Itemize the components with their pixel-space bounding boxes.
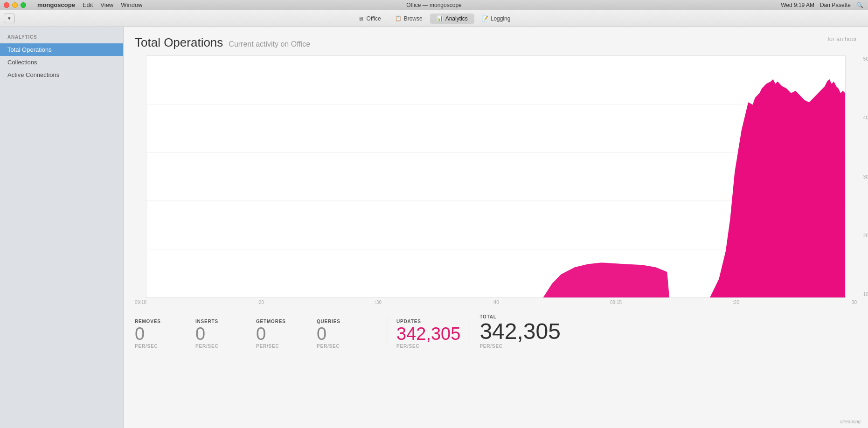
stats-row: Removes 0 Per/Sec Inserts 0 Per/Sec Getm…: [124, 307, 868, 349]
stat-divider-2: [470, 318, 470, 345]
maximize-button[interactable]: [21, 2, 26, 8]
toolbar-tabs: 🖥 Office 📋 Browse 📊 Analytics 📝 Logging: [351, 14, 517, 24]
stat-total: Total 342,305 Per/Sec: [479, 314, 561, 349]
stat-removes-unit: Per/Sec: [135, 344, 195, 349]
sidebar-item-active-connections-label: Active Connections: [7, 71, 59, 78]
sidebar-item-collections[interactable]: Collections: [0, 56, 123, 69]
tab-analytics-label: Analytics: [445, 15, 468, 22]
page-subtitle: Current activity on Office: [229, 40, 310, 48]
stat-removes-label: Removes: [135, 319, 195, 324]
stat-updates-unit: Per/Sec: [396, 344, 460, 349]
sidebar-item-total-operations-label: Total Operations: [7, 46, 52, 53]
tab-logging[interactable]: 📝 Logging: [475, 14, 517, 24]
logging-icon: 📝: [482, 15, 488, 22]
office-icon: 🖥: [358, 15, 364, 22]
title-bar-right: Wed 9:19 AM Dan Pasette 🔍: [781, 2, 863, 8]
stat-queries-value: 0: [317, 325, 377, 343]
window-title: Office — mongoscope: [406, 2, 462, 8]
title-bar: mongoscope Edit View Window Office — mon…: [0, 0, 868, 10]
stat-total-value: 342,305: [479, 320, 561, 343]
svg-marker-4: [543, 262, 669, 297]
tab-analytics[interactable]: 📊 Analytics: [430, 14, 474, 24]
clock: Wed 9:19 AM: [781, 2, 814, 8]
stat-inserts: Inserts 0 Per/Sec: [195, 319, 256, 349]
stat-inserts-value: 0: [195, 325, 256, 343]
stat-updates: Updates 342,305 Per/Sec: [396, 319, 460, 349]
x-label-0918: 09:18: [135, 300, 146, 305]
content-header: Total Operations Current activity on Off…: [124, 27, 868, 55]
y-label-500k: 500,000: [863, 56, 868, 62]
svg-marker-5: [710, 79, 845, 297]
time-range: for an hour: [827, 35, 857, 42]
menu-bar: mongoscope Edit View Window: [37, 1, 143, 8]
streaming-badge: streaming: [840, 419, 861, 424]
minimize-button[interactable]: [12, 2, 18, 8]
chart-svg: [146, 56, 845, 297]
chart-x-axis: 09:18 :20 :30 :40 09:15 :20 :30: [135, 298, 857, 307]
username: Dan Pasette: [820, 2, 851, 8]
y-label-300k: 300,000: [863, 174, 868, 179]
x-label-30: :30: [375, 300, 382, 305]
analytics-icon: 📊: [437, 15, 443, 22]
menu-edit[interactable]: Edit: [83, 1, 93, 8]
stat-removes: Removes 0 Per/Sec: [135, 319, 195, 349]
y-label-400k: 400,000: [863, 115, 868, 120]
menu-view[interactable]: View: [100, 1, 113, 8]
tab-office-label: Office: [367, 15, 381, 22]
stat-total-unit: Per/Sec: [479, 344, 561, 349]
main-layout: Analytics Total Operations Collections A…: [0, 27, 868, 428]
stat-queries-label: Queries: [317, 319, 377, 324]
tab-browse-label: Browse: [404, 15, 423, 22]
stat-removes-value: 0: [135, 325, 195, 343]
x-label-20b: :20: [733, 300, 739, 305]
stat-getmores: Getmores 0 Per/Sec: [256, 319, 317, 349]
sidebar-item-total-operations[interactable]: Total Operations: [0, 43, 123, 56]
sidebar: Analytics Total Operations Collections A…: [0, 27, 124, 428]
app-name: mongoscope: [37, 1, 75, 8]
x-label-0915: 09:15: [610, 300, 622, 305]
chart-y-axis: 500,000 400,000 300,000 200,000 100,000: [863, 55, 868, 298]
sidebar-item-collections-label: Collections: [7, 59, 37, 66]
traffic-lights[interactable]: [4, 2, 26, 8]
x-label-40: :40: [493, 300, 499, 305]
stat-divider-1: [387, 318, 387, 345]
sidebar-section-label: Analytics: [0, 35, 123, 43]
stat-inserts-label: Inserts: [195, 319, 256, 324]
tab-office[interactable]: 🖥 Office: [351, 14, 388, 24]
page-title: Total Operations: [135, 35, 223, 50]
toolbar: ▾ 🖥 Office 📋 Browse 📊 Analytics 📝 Loggin…: [0, 10, 868, 27]
sidebar-item-active-connections[interactable]: Active Connections: [0, 69, 123, 81]
tab-browse[interactable]: 📋 Browse: [389, 14, 429, 24]
operations-chart: [146, 55, 846, 298]
tab-logging-label: Logging: [491, 15, 511, 22]
stat-updates-label: Updates: [396, 319, 460, 324]
y-label-100k: 100,000: [863, 292, 868, 297]
y-label-200k: 200,000: [863, 233, 868, 238]
content-area: Total Operations Current activity on Off…: [124, 27, 868, 428]
stat-getmores-value: 0: [256, 325, 317, 343]
x-label-30b: :30: [850, 300, 857, 305]
x-label-20: :20: [257, 300, 264, 305]
stat-inserts-unit: Per/Sec: [195, 344, 256, 349]
stat-queries-unit: Per/Sec: [317, 344, 377, 349]
stat-queries: Queries 0 Per/Sec: [317, 319, 377, 349]
stat-updates-value: 342,305: [396, 325, 460, 343]
search-icon[interactable]: 🔍: [856, 2, 863, 8]
menu-window[interactable]: Window: [121, 1, 142, 8]
close-button[interactable]: [4, 2, 9, 8]
browse-icon: 📋: [395, 15, 402, 22]
connection-dropdown[interactable]: ▾: [4, 14, 15, 23]
stat-getmores-label: Getmores: [256, 319, 317, 324]
stat-getmores-unit: Per/Sec: [256, 344, 317, 349]
